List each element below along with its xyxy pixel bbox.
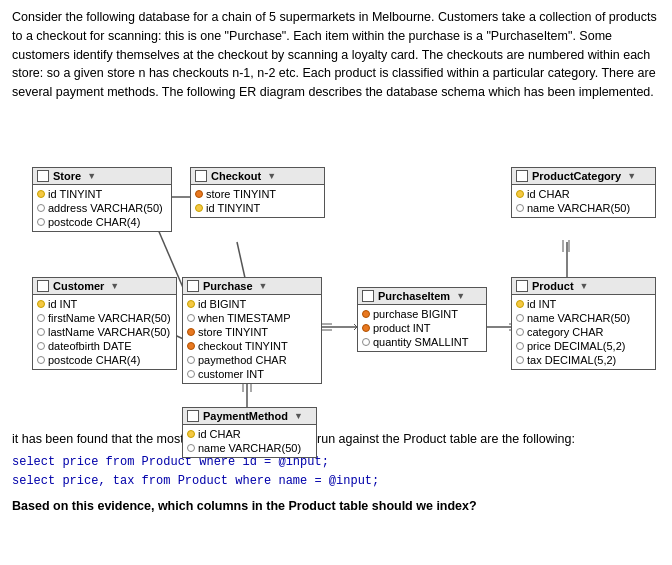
store-field-id: id TINYINT <box>37 187 167 201</box>
query2-line: select price, tax from Product where nam… <box>12 472 660 491</box>
fk-dot-purchase-checkout <box>187 342 195 350</box>
dot-customer-postcode <box>37 356 45 364</box>
dot-customer-lastname <box>37 328 45 336</box>
store-field-address: address VARCHAR(50) <box>37 201 167 215</box>
paymentmethod-table-name: PaymentMethod <box>203 410 288 422</box>
purchaseitem-field-product: product INT <box>362 321 482 335</box>
product-field-category: category CHAR <box>516 325 651 339</box>
checkout-sort-arrow: ▼ <box>267 171 276 181</box>
checkout-table-name: Checkout <box>211 170 261 182</box>
dot-product-price <box>516 342 524 350</box>
fk-dot-purchaseitem-product <box>362 324 370 332</box>
store-table: Store ▼ id TINYINT address VARCHAR(50) p… <box>32 167 172 232</box>
er-diagram: Store ▼ id TINYINT address VARCHAR(50) p… <box>12 112 660 422</box>
dot-purchase-paymethod <box>187 356 195 364</box>
purchase-table: Purchase ▼ id BIGINT when TIMESTAMP stor… <box>182 277 322 384</box>
product-field-id: id INT <box>516 297 651 311</box>
dot-store-address <box>37 204 45 212</box>
purchase-field-checkout: checkout TINYINT <box>187 339 317 353</box>
purchase-sort-arrow: ▼ <box>259 281 268 291</box>
dot-paymentmethod-name <box>187 444 195 452</box>
purchase-field-when: when TIMESTAMP <box>187 311 317 325</box>
product-field-name: name VARCHAR(50) <box>516 311 651 325</box>
paymentmethod-sort-arrow: ▼ <box>294 411 303 421</box>
productcategory-table-icon <box>516 170 528 182</box>
pk-dot-paymentmethod-id <box>187 430 195 438</box>
paymentmethod-field-name: name VARCHAR(50) <box>187 441 312 455</box>
dot-customer-dob <box>37 342 45 350</box>
product-table-name: Product <box>532 280 574 292</box>
productcategory-field-name: name VARCHAR(50) <box>516 201 651 215</box>
fk-dot-purchaseitem-purchase <box>362 310 370 318</box>
customer-field-lastname: lastName VARCHAR(50) <box>37 325 172 339</box>
purchaseitem-table: PurchaseItem ▼ purchase BIGINT product I… <box>357 287 487 352</box>
product-sort-arrow: ▼ <box>580 281 589 291</box>
purchase-field-id: id BIGINT <box>187 297 317 311</box>
customer-field-id: id INT <box>37 297 172 311</box>
product-field-tax: tax DECIMAL(5,2) <box>516 353 651 367</box>
purchaseitem-table-icon <box>362 290 374 302</box>
checkout-table: Checkout ▼ store TINYINT id TINYINT <box>190 167 325 218</box>
product-table: Product ▼ id INT name VARCHAR(50) catego… <box>511 277 656 370</box>
conclusion-text: it has been found that the most common q… <box>12 430 660 449</box>
purchaseitem-sort-arrow: ▼ <box>456 291 465 301</box>
dot-product-tax <box>516 356 524 364</box>
purchaseitem-field-quantity: quantity SMALLINT <box>362 335 482 349</box>
checkout-field-store: store TINYINT <box>195 187 320 201</box>
pk-dot-store-id <box>37 190 45 198</box>
purchase-field-paymethod: paymethod CHAR <box>187 353 317 367</box>
dot-store-postcode <box>37 218 45 226</box>
product-table-icon <box>516 280 528 292</box>
dot-purchase-customer <box>187 370 195 378</box>
pk-dot-product-id <box>516 300 524 308</box>
dot-customer-firstname <box>37 314 45 322</box>
purchaseitem-field-purchase: purchase BIGINT <box>362 307 482 321</box>
store-table-icon <box>37 170 49 182</box>
fk-dot-purchase-store <box>187 328 195 336</box>
customer-table: Customer ▼ id INT firstName VARCHAR(50) … <box>32 277 177 370</box>
paymentmethod-table-icon <box>187 410 199 422</box>
fk-dot-checkout-store <box>195 190 203 198</box>
pk-dot-productcategory-id <box>516 190 524 198</box>
paymentmethod-field-id: id CHAR <box>187 427 312 441</box>
intro-paragraph: Consider the following database for a ch… <box>12 8 660 102</box>
customer-field-firstname: firstName VARCHAR(50) <box>37 311 172 325</box>
checkout-field-id: id TINYINT <box>195 201 320 215</box>
dot-purchase-when <box>187 314 195 322</box>
purchaseitem-table-name: PurchaseItem <box>378 290 450 302</box>
customer-field-dob: dateofbirth DATE <box>37 339 172 353</box>
dot-productcategory-name <box>516 204 524 212</box>
bold-question: Based on this evidence, which columns in… <box>12 497 660 516</box>
dot-product-category <box>516 328 524 336</box>
purchase-field-customer: customer INT <box>187 367 317 381</box>
purchase-table-name: Purchase <box>203 280 253 292</box>
pk-dot-purchase-id <box>187 300 195 308</box>
query1-line: select price from Product where id = @in… <box>12 453 660 472</box>
pk-dot-checkout-id <box>195 204 203 212</box>
store-field-postcode: postcode CHAR(4) <box>37 215 167 229</box>
purchase-table-icon <box>187 280 199 292</box>
customer-table-name: Customer <box>53 280 104 292</box>
productcategory-table: ProductCategory ▼ id CHAR name VARCHAR(5… <box>511 167 656 218</box>
productcategory-table-name: ProductCategory <box>532 170 621 182</box>
productcategory-field-id: id CHAR <box>516 187 651 201</box>
store-table-name: Store <box>53 170 81 182</box>
customer-field-postcode: postcode CHAR(4) <box>37 353 172 367</box>
customer-sort-arrow: ▼ <box>110 281 119 291</box>
paymentmethod-table: PaymentMethod ▼ id CHAR name VARCHAR(50) <box>182 407 317 458</box>
code-block: select price from Product where id = @in… <box>12 453 660 491</box>
store-sort-arrow: ▼ <box>87 171 96 181</box>
productcategory-sort-arrow: ▼ <box>627 171 636 181</box>
dot-purchaseitem-quantity <box>362 338 370 346</box>
checkout-table-icon <box>195 170 207 182</box>
pk-dot-customer-id <box>37 300 45 308</box>
product-field-price: price DECIMAL(5,2) <box>516 339 651 353</box>
customer-table-icon <box>37 280 49 292</box>
dot-product-name <box>516 314 524 322</box>
purchase-field-store: store TINYINT <box>187 325 317 339</box>
